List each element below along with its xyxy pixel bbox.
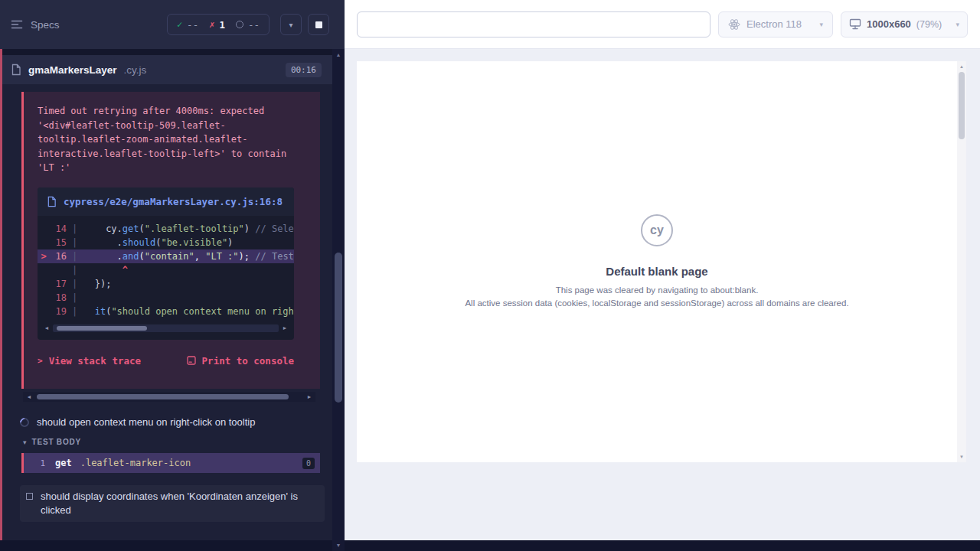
test-title: should open context menu on right-click … [37, 416, 255, 429]
cypress-logo: cy [641, 214, 673, 246]
runner-header: Electron 118 ▾ 1000x660 (79%) ▾ [345, 0, 980, 49]
code-frame-hscrollbar[interactable]: ◄ ► [42, 323, 289, 334]
cypress-runner-window: Specs ✓ -- ✗ 1 -- ▾ [0, 0, 980, 551]
reporter-vscrollbar[interactable]: ▲ ▼ [332, 49, 345, 551]
spec-file-icon [11, 64, 21, 76]
specs-menu-button[interactable]: Specs [11, 19, 60, 31]
chevron-down-icon: ▾ [956, 21, 959, 28]
reporter-scroll-track[interactable] [35, 393, 303, 400]
code-line: | ^ [38, 263, 294, 277]
code-line: 18| [38, 291, 294, 305]
command-number: 1 [24, 458, 45, 468]
blank-page-content: cy Default blank page This page was clea… [357, 214, 957, 308]
command-count-badge: 0 [302, 458, 315, 469]
aut-vscroll-thumb[interactable] [959, 72, 965, 139]
code-frame-file-link[interactable]: cypress/e2e/gmaMarkersLayer.cy.js:16:8 [38, 187, 294, 216]
aut-background: cy Default blank page This page was clea… [345, 49, 980, 540]
scroll-down-arrow[interactable]: ▼ [332, 543, 345, 548]
chevron-right-icon: > [38, 356, 43, 366]
pending-square-icon [26, 493, 33, 500]
scroll-right-arrow[interactable]: ► [280, 325, 289, 331]
running-spinner-icon [18, 416, 31, 429]
scroll-down-arrow[interactable]: ▼ [957, 455, 966, 459]
code-file-icon [47, 196, 57, 207]
reporter-panel: Specs ✓ -- ✗ 1 -- ▾ [0, 0, 345, 551]
code-frame: cypress/e2e/gmaMarkersLayer.cy.js:16:8 1… [38, 187, 294, 340]
failed-spec-stripe [0, 49, 2, 540]
code-frame-scroll-track[interactable] [53, 324, 279, 332]
view-stack-trace-label: View stack trace [49, 355, 141, 367]
code-line: 15| .should("be.visible") [38, 236, 294, 249]
code-frame-scroll-thumb[interactable] [57, 326, 147, 331]
spec-extension: .cy.js [124, 64, 147, 76]
viewport-size: 1000x660 [867, 18, 911, 30]
reporter-hscrollbar[interactable]: ◄ ► [23, 392, 315, 402]
runner-area: Electron 118 ▾ 1000x660 (79%) ▾ cy Defau… [345, 0, 980, 551]
command-method: get [55, 458, 72, 468]
scroll-right-arrow[interactable]: ► [305, 394, 314, 399]
check-icon: ✓ [177, 19, 182, 30]
reporter-scroll-thumb[interactable] [37, 394, 289, 399]
error-links-row: > View stack trace Print to console [38, 355, 294, 367]
test-stats: ✓ -- ✗ 1 -- [167, 14, 270, 35]
collapse-panel-button[interactable]: ▾ [280, 14, 302, 35]
code-line: 19| it("should open context menu on righ [38, 305, 294, 318]
reporter-header: Specs ✓ -- ✗ 1 -- ▾ [0, 0, 345, 55]
failed-count: 1 [219, 19, 225, 31]
spec-header[interactable]: gmaMarkersLayer .cy.js 00:16 [0, 55, 332, 84]
spec-name: gmaMarkersLayer [28, 64, 117, 76]
chevron-down-icon: ▾ [23, 439, 27, 446]
code-line: 17| }); [38, 277, 294, 291]
blank-page-title: Default blank page [357, 265, 957, 278]
test-item-running[interactable]: should open context menu on right-click … [20, 416, 326, 429]
stat-pending: -- [236, 19, 260, 31]
error-message: Timed out retrying after 4000ms: expecte… [38, 104, 306, 175]
spec-duration-badge: 00:16 [286, 63, 322, 77]
stat-failed: ✗ 1 [209, 19, 225, 31]
code-frame-location: cypress/e2e/gmaMarkersLayer.cy.js:16:8 [64, 195, 283, 208]
stat-passed: ✓ -- [177, 19, 198, 31]
test-item-pending[interactable]: should display coordinates when 'Koordin… [20, 485, 325, 522]
chevron-down-icon: ▾ [819, 21, 823, 28]
browser-label: Electron 118 [746, 18, 802, 30]
blank-page-message-2: All active session data (cookies, localS… [357, 298, 957, 308]
pending-count: -- [248, 19, 260, 31]
fail-icon: ✗ [209, 19, 214, 30]
specs-label: Specs [31, 19, 60, 31]
command-log-entry[interactable]: 1 get .leaflet-marker-icon 0 [21, 453, 320, 473]
url-input[interactable] [357, 11, 710, 37]
viewport-select[interactable]: 1000x660 (79%) ▾ [841, 11, 968, 37]
viewport-scale: (79%) [916, 19, 942, 30]
view-stack-trace-link[interactable]: > View stack trace [38, 355, 141, 367]
pending-circle-icon [236, 21, 243, 28]
print-to-console-label: Print to console [202, 355, 294, 367]
passed-count: -- [187, 19, 198, 31]
stop-tests-button[interactable] [308, 14, 329, 35]
command-message: .leaflet-marker-icon [80, 458, 191, 468]
scroll-up-arrow[interactable]: ▲ [957, 64, 966, 69]
scroll-left-arrow[interactable]: ◄ [42, 325, 51, 331]
browser-select[interactable]: Electron 118 ▾ [718, 11, 833, 37]
app-bottom-bar [0, 540, 980, 551]
chevron-down-icon: ▾ [289, 21, 292, 29]
aut-iframe: cy Default blank page This page was clea… [357, 61, 966, 462]
scroll-left-arrow[interactable]: ◄ [24, 394, 34, 399]
electron-browser-icon [728, 18, 740, 31]
test-body-toggle[interactable]: ▾ TEST BODY [23, 438, 81, 446]
code-lines: 14| cy.get(".leaflet-tooltip") // Sele15… [38, 216, 294, 321]
blank-page-message-1: This page was cleared by navigating to a… [357, 285, 957, 295]
print-to-console-button[interactable]: Print to console [187, 355, 294, 367]
test-body-label: TEST BODY [32, 438, 81, 446]
scroll-up-arrow[interactable]: ▲ [332, 52, 345, 57]
stop-icon [315, 21, 322, 28]
test-error-panel: Timed out retrying after 4000ms: expecte… [21, 92, 320, 389]
console-icon [187, 356, 196, 365]
code-line: 14| cy.get(".leaflet-tooltip") // Sele [38, 222, 294, 236]
test-title: should display coordinates when 'Koordin… [41, 490, 318, 517]
specs-list-icon [11, 19, 23, 30]
aut-vscrollbar[interactable]: ▲ ▼ [957, 61, 966, 462]
code-line: >16| .and("contain", "LT :"); // Test [38, 249, 294, 263]
monitor-icon [849, 18, 861, 30]
reporter-vscroll-thumb[interactable] [335, 253, 342, 403]
